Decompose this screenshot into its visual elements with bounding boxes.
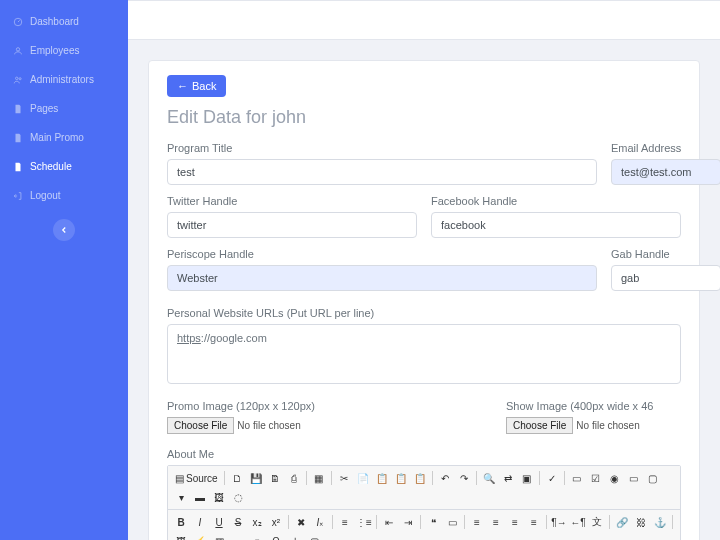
image-button-icon[interactable]: 🖼 xyxy=(210,488,228,506)
gab-input[interactable] xyxy=(611,265,720,291)
removeformat-icon[interactable]: ✖ xyxy=(292,513,310,531)
specialchar-icon[interactable]: Ω xyxy=(267,532,285,540)
spellcheck-icon[interactable]: ✓ xyxy=(543,469,561,487)
sidebar-item-pages[interactable]: Pages xyxy=(0,94,128,123)
user-icon xyxy=(13,46,23,56)
source-button[interactable]: ▤ Source xyxy=(172,469,221,487)
bold-icon[interactable]: B xyxy=(172,513,190,531)
strike-icon[interactable]: S xyxy=(229,513,247,531)
editor-toolbar-row1: ▤ Source 🗋 💾 🗎 ⎙ ▦ ✂ 📄 📋 📋 📋 ↶ xyxy=(168,466,680,510)
table-icon[interactable]: ▦ xyxy=(210,532,228,540)
file-icon xyxy=(13,133,23,143)
sidebar-item-schedule[interactable]: Schedule xyxy=(0,152,128,181)
editor-toolbar-row2: B I U S x₂ x² ✖ Iₓ ≡ ⋮≡ ⇤ ⇥ ❝ xyxy=(168,510,680,540)
radio-icon[interactable]: ◉ xyxy=(606,469,624,487)
italic-icon[interactable]: I xyxy=(191,513,209,531)
sidebar-item-administrators[interactable]: Administrators xyxy=(0,65,128,94)
undo-icon[interactable]: ↶ xyxy=(436,469,454,487)
sidebar-item-label: Schedule xyxy=(30,161,72,172)
ltr-icon[interactable]: ¶→ xyxy=(550,513,568,531)
replace-icon[interactable]: ⇄ xyxy=(499,469,517,487)
sidebar-item-logout[interactable]: Logout xyxy=(0,181,128,210)
copy-icon[interactable]: 📄 xyxy=(354,469,372,487)
email-label: Email Address xyxy=(611,142,720,154)
top-bar xyxy=(128,0,720,40)
blockquote-icon[interactable]: ❝ xyxy=(424,513,442,531)
logout-icon xyxy=(13,191,23,201)
unlink-icon[interactable]: ⛓ xyxy=(632,513,650,531)
image-icon[interactable]: 🖼 xyxy=(172,532,190,540)
pagebreak-icon[interactable]: ⤓ xyxy=(286,532,304,540)
hr-icon[interactable]: — xyxy=(229,532,247,540)
periscope-input[interactable] xyxy=(167,265,597,291)
button-icon[interactable]: ▬ xyxy=(191,488,209,506)
urls-label: Personal Website URLs (Put URL per line) xyxy=(167,307,681,319)
sidebar-item-employees[interactable]: Employees xyxy=(0,36,128,65)
gab-label: Gab Handle xyxy=(611,248,720,260)
paste-word-icon[interactable]: 📋 xyxy=(411,469,429,487)
redo-icon[interactable]: ↷ xyxy=(455,469,473,487)
back-button[interactable]: ←Back xyxy=(167,75,226,97)
sidebar-item-label: Dashboard xyxy=(30,16,79,27)
paste-icon[interactable]: 📋 xyxy=(373,469,391,487)
anchor-icon[interactable]: ⚓ xyxy=(651,513,669,531)
outdent-icon[interactable]: ⇤ xyxy=(380,513,398,531)
form-card: ←Back Edit Data for john Program Title E… xyxy=(148,60,700,540)
promo-choose-file-button[interactable]: Choose File xyxy=(167,417,234,434)
textarea-icon[interactable]: ▢ xyxy=(644,469,662,487)
superscript-icon[interactable]: x² xyxy=(267,513,285,531)
sidebar-item-dashboard[interactable]: Dashboard xyxy=(0,7,128,36)
subscript-icon[interactable]: x₂ xyxy=(248,513,266,531)
selectall-icon[interactable]: ▣ xyxy=(518,469,536,487)
about-me-label: About Me xyxy=(167,448,681,460)
twitter-label: Twitter Handle xyxy=(167,195,417,207)
twitter-input[interactable] xyxy=(167,212,417,238)
smiley-icon[interactable]: ☺ xyxy=(248,532,266,540)
cut-icon[interactable]: ✂ xyxy=(335,469,353,487)
show-image-label: Show Image (400px wide x 46 xyxy=(506,400,681,412)
preview-icon[interactable]: 🗎 xyxy=(266,469,284,487)
copyformat-icon[interactable]: Iₓ xyxy=(311,513,329,531)
rtl-icon[interactable]: ←¶ xyxy=(569,513,587,531)
align-justify-icon[interactable]: ≡ xyxy=(525,513,543,531)
find-icon[interactable]: 🔍 xyxy=(480,469,498,487)
form-icon[interactable]: ▭ xyxy=(568,469,586,487)
flash-icon[interactable]: ⚡ xyxy=(191,532,209,540)
textfield-icon[interactable]: ▭ xyxy=(625,469,643,487)
sidebar-item-label: Logout xyxy=(30,190,61,201)
align-center-icon[interactable]: ≡ xyxy=(487,513,505,531)
urls-textarea[interactable]: https://google.com xyxy=(167,324,681,384)
bullet-list-icon[interactable]: ⋮≡ xyxy=(355,513,373,531)
paste-text-icon[interactable]: 📋 xyxy=(392,469,410,487)
checkbox-icon[interactable]: ☑ xyxy=(587,469,605,487)
periscope-label: Periscope Handle xyxy=(167,248,597,260)
gauge-icon xyxy=(13,17,23,27)
select-icon[interactable]: ▾ xyxy=(172,488,190,506)
file-icon xyxy=(13,104,23,114)
sidebar-item-main-promo[interactable]: Main Promo xyxy=(0,123,128,152)
facebook-label: Facebook Handle xyxy=(431,195,681,207)
promo-image-label: Promo Image (120px x 120px) xyxy=(167,400,342,412)
hidden-icon[interactable]: ◌ xyxy=(229,488,247,506)
sidebar-item-label: Main Promo xyxy=(30,132,84,143)
save-icon[interactable]: 💾 xyxy=(247,469,265,487)
underline-icon[interactable]: U xyxy=(210,513,228,531)
show-choose-file-button[interactable]: Choose File xyxy=(506,417,573,434)
language-icon[interactable]: 文 xyxy=(588,513,606,531)
align-left-icon[interactable]: ≡ xyxy=(468,513,486,531)
program-title-input[interactable] xyxy=(167,159,597,185)
new-icon[interactable]: 🗋 xyxy=(228,469,246,487)
align-right-icon[interactable]: ≡ xyxy=(506,513,524,531)
numbered-list-icon[interactable]: ≡ xyxy=(336,513,354,531)
templates-icon[interactable]: ▦ xyxy=(310,469,328,487)
indent-icon[interactable]: ⇥ xyxy=(399,513,417,531)
email-input[interactable] xyxy=(611,159,720,185)
iframe-icon[interactable]: ▢ xyxy=(305,532,323,540)
div-icon[interactable]: ▭ xyxy=(443,513,461,531)
svg-point-3 xyxy=(19,77,21,79)
sidebar-item-label: Administrators xyxy=(30,74,94,85)
print-icon[interactable]: ⎙ xyxy=(285,469,303,487)
link-icon[interactable]: 🔗 xyxy=(613,513,631,531)
collapse-sidebar-button[interactable] xyxy=(53,219,75,241)
facebook-input[interactable] xyxy=(431,212,681,238)
